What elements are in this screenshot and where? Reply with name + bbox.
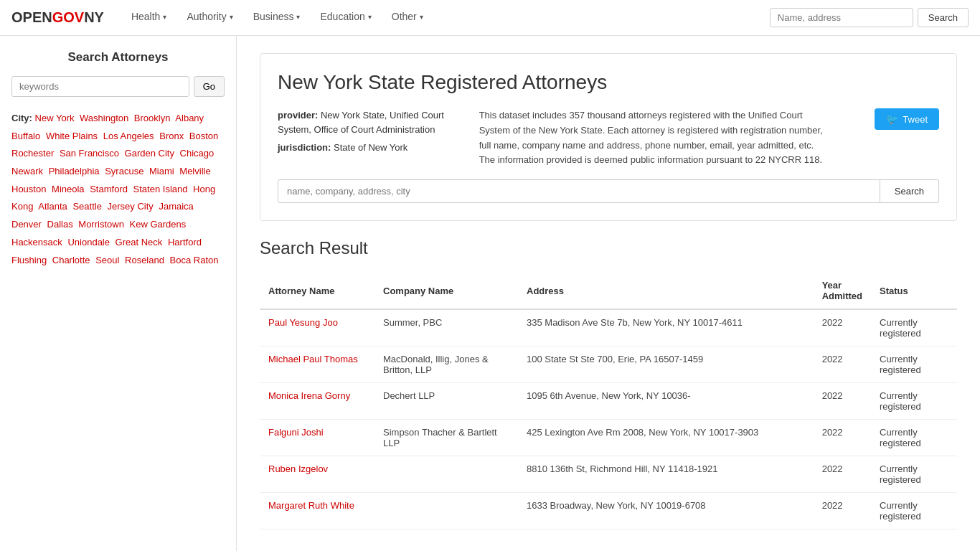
city-link[interactable]: Seattle — [72, 201, 101, 212]
city-link[interactable]: White Plains — [46, 131, 98, 141]
nav-item-business[interactable]: Business ▾ — [243, 0, 311, 36]
attorney-name-link[interactable]: Michael Paul Thomas — [268, 354, 358, 364]
table-row: Paul Yesung JooSummer, PBC335 Madison Av… — [260, 309, 957, 347]
cell-address: 1633 Broadway, New York, NY 10019-6708 — [518, 493, 814, 529]
col-header-year: Year Admitted — [814, 273, 871, 309]
dataset-meta: provider: New York State, Unified Court … — [278, 108, 939, 168]
col-header-name: Attorney Name — [260, 273, 374, 309]
city-link[interactable]: Houston — [11, 184, 46, 194]
city-link[interactable]: Morristown — [78, 219, 124, 230]
city-link[interactable]: Boca Raton — [170, 255, 219, 265]
nav-item-health[interactable]: Health ▾ — [121, 0, 176, 36]
dataset-search-input[interactable] — [278, 179, 880, 203]
city-link[interactable]: Boston — [189, 131, 218, 141]
attorney-name-link[interactable]: Margaret Ruth White — [268, 500, 354, 511]
attorney-name-link[interactable]: Ruben Izgelov — [268, 463, 328, 474]
city-link[interactable]: Melville — [179, 166, 210, 176]
city-link[interactable]: Hackensack — [11, 237, 62, 248]
cell-attorney-name: Michael Paul Thomas — [260, 347, 374, 383]
navbar-search-button[interactable]: Search — [918, 8, 969, 27]
city-link[interactable]: Garden City — [125, 148, 174, 159]
cell-address: 425 Lexington Ave Rm 2008, New York, NY … — [518, 420, 814, 456]
brand-logo[interactable]: OPENGOVNY — [11, 9, 104, 26]
city-link[interactable]: Jersey City — [108, 201, 154, 212]
cell-status: Currently registered — [871, 309, 957, 347]
dataset-search-bar: Search — [278, 179, 939, 203]
city-link[interactable]: Staten Island — [133, 184, 188, 194]
city-link[interactable]: New York — [35, 113, 75, 123]
city-link[interactable]: Newark — [11, 166, 43, 176]
city-link[interactable]: Stamford — [90, 184, 128, 194]
city-link[interactable]: Hartford — [168, 237, 202, 248]
cell-address: 100 State St Ste 700, Erie, PA 16507-145… — [518, 347, 814, 383]
nav-menu: Health ▾ Authority ▾ Business ▾ Educatio… — [121, 0, 770, 36]
cell-company: MacDonald, Illig, Jones & Britton, LLP — [374, 347, 518, 383]
result-title: Search Result — [260, 238, 957, 258]
city-link[interactable]: Seoul — [95, 255, 119, 265]
city-link[interactable]: Rochester — [11, 148, 54, 159]
table-row: Michael Paul ThomasMacDonald, Illig, Jon… — [260, 347, 957, 383]
col-header-company: Company Name — [374, 273, 518, 309]
city-link[interactable]: Great Neck — [116, 237, 163, 248]
city-link[interactable]: Buffalo — [11, 131, 40, 141]
nav-item-authority[interactable]: Authority ▾ — [176, 0, 242, 36]
city-link[interactable]: Philadelphia — [49, 166, 100, 176]
cell-address: 8810 136th St, Richmond Hill, NY 11418-1… — [518, 456, 814, 493]
dataset-info: provider: New York State, Unified Court … — [278, 108, 451, 168]
cell-year: 2022 — [814, 493, 871, 529]
navbar-search: Search — [770, 8, 969, 27]
cell-attorney-name: Paul Yesung Joo — [260, 309, 374, 347]
dataset-search-button[interactable]: Search — [880, 179, 939, 203]
city-link[interactable]: Charlotte — [52, 255, 90, 265]
dataset-title: New York State Registered Attorneys — [278, 71, 939, 94]
attorney-name-link[interactable]: Paul Yesung Joo — [268, 317, 338, 328]
city-link[interactable]: Roseland — [125, 255, 164, 265]
brand-open: OPEN — [11, 9, 52, 25]
city-link[interactable]: Flushing — [11, 255, 47, 265]
city-link[interactable]: Dallas — [47, 219, 73, 230]
nav-item-education[interactable]: Education ▾ — [310, 0, 381, 36]
city-link[interactable]: Chicago — [180, 148, 215, 159]
cell-year: 2022 — [814, 347, 871, 383]
sidebar-go-button[interactable]: Go — [194, 76, 225, 97]
city-link[interactable]: Albany — [175, 113, 204, 123]
main-container: Search Attorneys Go City: New York Washi… — [0, 36, 980, 551]
chevron-down-icon: ▾ — [420, 13, 423, 21]
cell-company — [374, 493, 518, 529]
city-link[interactable]: Syracuse — [105, 166, 143, 176]
city-link[interactable]: Miami — [149, 166, 174, 176]
cell-year: 2022 — [814, 420, 871, 456]
tweet-button[interactable]: 🐦 Tweet — [875, 108, 939, 130]
table-row: Monica Irena GornyDechert LLP1095 6th Av… — [260, 383, 957, 420]
city-link[interactable]: Brooklyn — [134, 113, 171, 123]
search-result-section: Search Result Attorney Name Company Name… — [260, 238, 957, 529]
provider-text: provider: New York State, Unified Court … — [278, 108, 451, 136]
attorney-name-link[interactable]: Monica Irena Gorny — [268, 390, 350, 401]
attorney-name-link[interactable]: Falguni Joshi — [268, 427, 324, 438]
city-link[interactable]: Denver — [11, 219, 42, 230]
cell-company: Simpson Thacher & Bartlett LLP — [374, 420, 518, 456]
cell-address: 1095 6th Avenue, New York, NY 10036- — [518, 383, 814, 420]
nav-item-other[interactable]: Other ▾ — [382, 0, 433, 36]
city-link[interactable]: Washington — [80, 113, 128, 123]
dataset-card: New York State Registered Attorneys prov… — [260, 53, 957, 221]
table-row: Ruben Izgelov8810 136th St, Richmond Hil… — [260, 456, 957, 493]
city-link[interactable]: Kew Gardens — [130, 219, 187, 230]
navbar-search-input[interactable] — [770, 8, 913, 27]
city-link[interactable]: San Francisco — [60, 148, 119, 159]
cell-status: Currently registered — [871, 420, 957, 456]
city-link[interactable]: Bronx — [159, 131, 184, 141]
chevron-down-icon: ▾ — [368, 13, 372, 21]
sidebar-search-bar: Go — [11, 76, 225, 97]
city-link[interactable]: Los Angeles — [103, 131, 154, 141]
city-link[interactable]: Atlanta — [38, 201, 67, 212]
cell-attorney-name: Falguni Joshi — [260, 420, 374, 456]
cell-company: Summer, PBC — [374, 309, 518, 347]
twitter-icon: 🐦 — [886, 113, 898, 125]
city-link[interactable]: Jamaica — [159, 201, 193, 212]
sidebar-keywords-input[interactable] — [11, 76, 189, 97]
cell-year: 2022 — [814, 309, 871, 347]
cell-attorney-name: Ruben Izgelov — [260, 456, 374, 493]
city-link[interactable]: Mineola — [52, 184, 85, 194]
city-link[interactable]: Uniondale — [67, 237, 110, 248]
